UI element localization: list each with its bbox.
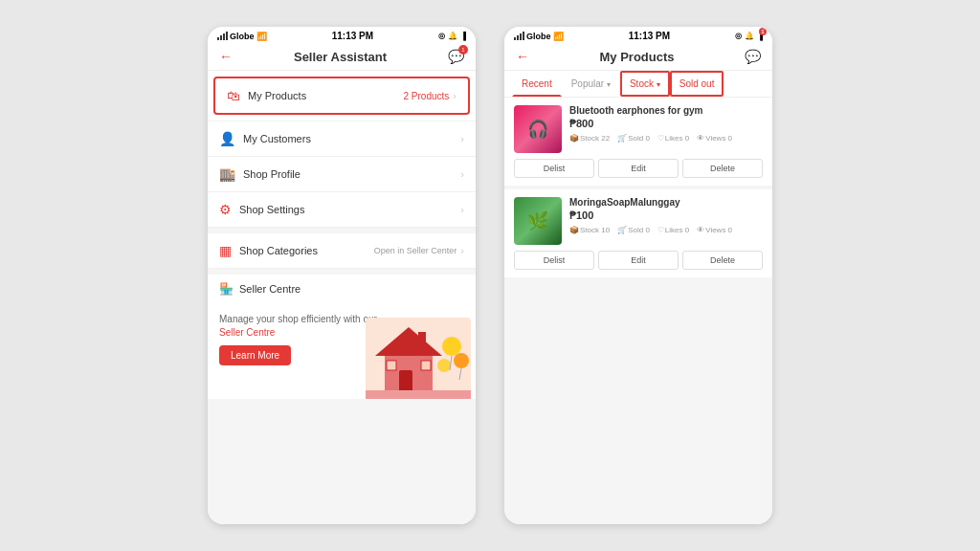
banner-illustration	[366, 318, 471, 399]
wifi-icon-right: 📶	[553, 32, 564, 41]
tab-recent-label: Recent	[522, 78, 552, 89]
product-top-1: 🎧 Bluetooth earphones for gym ₱800 📦 Sto…	[514, 105, 763, 153]
location-icon: ◎	[438, 32, 445, 40]
svg-rect-5	[421, 361, 431, 370]
back-button-right[interactable]: ←	[516, 49, 529, 64]
notification-icon-right: 🔔	[745, 32, 754, 40]
product-name-2: MoringaSoapMalunggay	[569, 197, 763, 208]
product-stats-1: 📦 Stock 22 🛒 Sold 0 ♡ Likes 0 👁 Views 0	[569, 134, 763, 143]
product-sold-2: 🛒 Sold 0	[617, 226, 650, 234]
product-thumb-2: 🌿	[514, 197, 562, 245]
time-label-right: 11:13 PM	[629, 31, 670, 41]
app-header-right: ← My Products 💬	[504, 43, 772, 71]
svg-rect-12	[366, 390, 471, 399]
app-header-left: ← Seller Assistant 💬 1	[208, 43, 476, 71]
notif-badge: 1	[759, 28, 767, 35]
wifi-icon: 📶	[256, 32, 267, 41]
seller-centre-link[interactable]: Seller Centre	[219, 327, 275, 338]
product-info-2: MoringaSoapMalunggay ₱100 📦 Stock 10 🛒 S…	[569, 197, 763, 234]
status-right-left: Globe 📶	[514, 32, 564, 41]
signal-icon-right	[514, 32, 524, 40]
battery-icon: ▐	[460, 32, 466, 40]
seller-centre-banner: Manage your shop efficiently with our Se…	[208, 303, 476, 399]
status-left: Globe 📶	[217, 32, 267, 41]
left-phone: Globe 📶 11:13 PM ◎ 🔔 ▐ ← Seller Assistan…	[208, 27, 476, 524]
product-views-1: 👁 Views 0	[697, 134, 732, 143]
right-phone: Globe 📶 11:13 PM ◎ 🔔 ▐ 1 ← My Products 💬	[504, 27, 772, 524]
product-stock-1: 📦 Stock 22	[569, 134, 610, 143]
status-right: ◎ 🔔 ▐	[438, 32, 466, 40]
svg-point-7	[442, 337, 461, 356]
seller-centre-header: 🏪 Seller Centre	[208, 275, 476, 303]
edit-button-2[interactable]: Edit	[598, 251, 679, 270]
tab-stock[interactable]: Stock ▾	[620, 71, 670, 97]
seller-centre-icon: 🏪	[219, 282, 234, 296]
tab-popular[interactable]: Popular ▾	[562, 71, 620, 97]
product-actions-1: Delist Edit Delete	[514, 159, 763, 178]
delist-button-2[interactable]: Delist	[514, 251, 594, 270]
menu-content: 🛍 My Products 2 Products › 👤 My Customer…	[208, 71, 476, 524]
edit-button-1[interactable]: Edit	[598, 159, 679, 178]
chat-icon-right[interactable]: 💬	[745, 49, 761, 64]
product-price-2: ₱100	[569, 209, 763, 222]
svg-point-8	[454, 353, 469, 368]
shop-settings-label: Shop Settings	[239, 204, 460, 215]
categories-label: Shop Categories	[239, 245, 374, 256]
products-icon: 🛍	[227, 88, 240, 103]
tab-stock-label: Stock ▾	[630, 78, 660, 89]
categories-icon: ▦	[219, 243, 232, 258]
products-arrow: ›	[453, 90, 457, 101]
products-list: 🎧 Bluetooth earphones for gym ₱800 📦 Sto…	[504, 98, 772, 524]
products-badge: 2 Products	[404, 91, 450, 101]
tabs-bar: Recent Popular ▾ Stock ▾ Sold out	[504, 71, 772, 98]
shop-settings-arrow: ›	[460, 204, 464, 215]
menu-item-shop-categories[interactable]: ▦ Shop Categories Open in Seller Center …	[208, 233, 476, 269]
status-bar-left: Globe 📶 11:13 PM ◎ 🔔 ▐	[208, 27, 476, 43]
product-likes-1: ♡ Likes 0	[657, 134, 689, 143]
status-bar-right: Globe 📶 11:13 PM ◎ 🔔 ▐ 1	[504, 27, 772, 43]
product-actions-2: Delist Edit Delete	[514, 251, 763, 270]
product-info-1: Bluetooth earphones for gym ₱800 📦 Stock…	[569, 105, 763, 143]
shop-profile-icon: 🏬	[219, 166, 235, 182]
app-title-right: My Products	[599, 50, 674, 64]
header-icons-right: 💬	[745, 49, 761, 64]
delist-button-1[interactable]: Delist	[514, 159, 594, 178]
delete-button-2[interactable]: Delete	[682, 251, 763, 270]
svg-rect-4	[387, 361, 396, 370]
chat-icon[interactable]: 💬 1	[448, 49, 464, 64]
categories-badge: Open in Seller Center	[374, 246, 457, 255]
svg-point-9	[437, 359, 451, 372]
menu-item-my-products[interactable]: 🛍 My Products 2 Products ›	[213, 77, 470, 115]
tab-sold-out[interactable]: Sold out	[670, 71, 724, 97]
product-card-1: 🎧 Bluetooth earphones for gym ₱800 📦 Sto…	[504, 98, 772, 186]
product-thumb-1: 🎧	[514, 105, 562, 153]
customers-arrow: ›	[460, 133, 464, 144]
customers-label: My Customers	[243, 133, 460, 144]
product-price-1: ₱800	[569, 118, 763, 130]
product-sold-1: 🛒 Sold 0	[617, 134, 650, 143]
back-button-left[interactable]: ←	[219, 49, 233, 64]
chat-badge: 1	[458, 45, 468, 55]
status-right-right: ◎ 🔔 ▐ 1	[735, 32, 763, 40]
header-icons-left: 💬 1	[448, 49, 464, 64]
shop-profile-arrow: ›	[460, 168, 464, 180]
tab-recent[interactable]: Recent	[512, 71, 562, 97]
menu-item-shop-settings[interactable]: ⚙ Shop Settings ›	[208, 192, 476, 228]
product-top-2: 🌿 MoringaSoapMalunggay ₱100 📦 Stock 10 🛒…	[514, 197, 763, 245]
product-name-1: Bluetooth earphones for gym	[569, 105, 763, 116]
screenshot-container: Globe 📶 11:13 PM ◎ 🔔 ▐ ← Seller Assistan…	[0, 0, 980, 551]
product-likes-2: ♡ Likes 0	[657, 226, 689, 234]
tab-sold-out-label: Sold out	[679, 78, 715, 89]
carrier-label-right: Globe	[526, 32, 551, 41]
shop-profile-label: Shop Profile	[243, 168, 460, 180]
tab-popular-label: Popular ▾	[571, 78, 611, 89]
learn-more-button[interactable]: Learn More	[219, 345, 291, 365]
menu-item-my-customers[interactable]: 👤 My Customers ›	[208, 121, 476, 157]
product-stats-2: 📦 Stock 10 🛒 Sold 0 ♡ Likes 0 👁 Views 0	[569, 226, 763, 234]
time-label: 11:13 PM	[332, 31, 373, 41]
delete-button-1[interactable]: Delete	[682, 159, 763, 178]
customers-icon: 👤	[219, 131, 235, 146]
seller-centre-label: Seller Centre	[239, 283, 301, 295]
location-icon-right: ◎	[735, 32, 742, 40]
menu-item-shop-profile[interactable]: 🏬 Shop Profile ›	[208, 157, 476, 192]
